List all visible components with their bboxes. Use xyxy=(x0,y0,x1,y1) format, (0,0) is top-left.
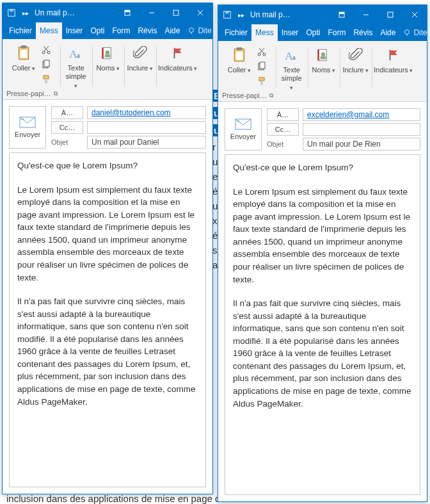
tab-format[interactable]: Form xyxy=(108,22,134,39)
lightbulb-icon xyxy=(187,27,195,35)
close-icon[interactable] xyxy=(402,5,427,24)
send-button[interactable]: Envoyer xyxy=(225,108,262,150)
svg-line-15 xyxy=(44,46,49,51)
close-icon[interactable] xyxy=(188,3,212,22)
dialog-launcher-icon[interactable]: ⧉ xyxy=(54,90,58,97)
tab-revision[interactable]: Révis xyxy=(349,24,376,41)
svg-point-44 xyxy=(263,53,266,56)
tab-format[interactable]: Form xyxy=(324,24,349,41)
tab-insertion[interactable]: Inser xyxy=(278,24,303,41)
ribbon-display-icon[interactable] xyxy=(330,5,354,24)
to-button[interactable]: À… xyxy=(51,106,83,119)
svg-rect-19 xyxy=(44,76,49,79)
cc-field[interactable] xyxy=(87,121,206,134)
to-field[interactable]: excelderien@gmail.com xyxy=(303,108,420,121)
tab-aide[interactable]: Aide xyxy=(376,24,399,41)
svg-point-55 xyxy=(321,53,325,57)
svg-rect-26 xyxy=(104,54,110,57)
dialog-launcher-icon[interactable]: ⧉ xyxy=(269,92,273,99)
svg-text:a: a xyxy=(292,53,296,61)
to-button[interactable]: À… xyxy=(267,108,299,121)
cc-button[interactable]: Cc… xyxy=(267,123,299,136)
flag-icon xyxy=(385,46,402,64)
svg-point-13 xyxy=(42,51,45,54)
ribbon-tabs: Fichier Mess Inser Opti Form Révis Aide … xyxy=(3,22,212,39)
send-button[interactable]: Envoyer xyxy=(9,106,46,149)
svg-rect-20 xyxy=(45,79,47,83)
cc-button[interactable]: Cc… xyxy=(51,121,83,134)
tab-options[interactable]: Opti xyxy=(86,22,108,39)
tab-fichier[interactable]: Fichier xyxy=(5,22,36,39)
quick-save-icon[interactable] xyxy=(5,6,18,19)
svg-point-8 xyxy=(189,28,194,33)
tab-tellme[interactable]: Dite xyxy=(184,22,215,39)
svg-rect-3 xyxy=(125,10,130,12)
body-paragraph: Le Lorem Ipsum est simplement du faux te… xyxy=(17,184,198,284)
ribbon-group-names: Noms xyxy=(92,42,124,99)
tab-fichier[interactable]: Fichier xyxy=(221,24,251,41)
subject-field[interactable]: Un mail pour Daniel xyxy=(87,136,206,149)
format-painter-icon[interactable] xyxy=(38,72,54,86)
message-body[interactable]: Qu'est-ce que le Lorem Ipsum? Le Lorem I… xyxy=(225,154,420,495)
minimize-icon[interactable] xyxy=(354,5,378,24)
svg-line-16 xyxy=(44,46,48,51)
svg-text:a: a xyxy=(77,51,80,59)
tags-button[interactable]: Indicateurs xyxy=(374,44,413,76)
send-label: Envoyer xyxy=(15,131,40,138)
format-painter-icon[interactable] xyxy=(254,74,269,88)
ribbon-group-names: Noms xyxy=(308,44,340,101)
simple-text-button[interactable]: Aa Textesimple xyxy=(278,44,305,93)
svg-rect-42 xyxy=(235,52,243,60)
tab-aide[interactable]: Aide xyxy=(161,22,184,39)
quick-more-icon[interactable]: ▸▸ xyxy=(235,8,248,21)
include-button[interactable]: Inclure xyxy=(127,42,154,74)
minimize-icon[interactable] xyxy=(139,3,164,22)
cut-icon[interactable] xyxy=(38,43,54,57)
ribbon-display-icon[interactable] xyxy=(115,3,139,22)
names-button[interactable]: Noms xyxy=(310,44,337,76)
body-paragraph: Il n'a pas fait que survivre cinq siècle… xyxy=(233,297,412,410)
paste-button[interactable]: Coller xyxy=(226,44,253,76)
include-button[interactable]: Inclure xyxy=(342,44,369,76)
names-button[interactable]: Noms xyxy=(95,42,122,74)
address-book-icon xyxy=(99,44,117,62)
copy-icon[interactable] xyxy=(254,60,269,74)
cc-field[interactable] xyxy=(303,123,420,136)
subject-field[interactable]: Un mail pour De Rien xyxy=(303,138,420,150)
address-book-icon xyxy=(315,46,333,64)
simple-text-button[interactable]: Aa Textesimple xyxy=(63,42,90,92)
ribbon-group-basic-text: Aa Textesimple xyxy=(276,44,308,101)
tab-tellme[interactable]: Dite xyxy=(399,24,430,41)
maximize-icon[interactable] xyxy=(378,5,402,24)
svg-rect-50 xyxy=(260,81,263,85)
quick-more-icon[interactable]: ▸▸ xyxy=(19,6,32,19)
titlebar: ▸▸ Un mail p… xyxy=(218,5,427,24)
svg-line-46 xyxy=(259,48,264,53)
tags-button[interactable]: Indicateurs xyxy=(159,42,197,74)
cut-icon[interactable] xyxy=(254,45,269,59)
paste-button[interactable]: Coller xyxy=(10,42,37,74)
svg-rect-11 xyxy=(21,45,27,48)
tab-revision[interactable]: Révis xyxy=(134,22,161,39)
message-body[interactable]: Qu'est-ce que le Lorem Ipsum? Le Lorem I… xyxy=(9,152,206,487)
ribbon-group-clipboard: Coller Presse-papi…⧉ xyxy=(219,44,276,101)
clipboard-icon xyxy=(230,46,248,64)
ribbon-tabs: Fichier Mess Inser Opti Form Révis Aide … xyxy=(218,24,427,41)
tab-message[interactable]: Mess xyxy=(251,24,278,41)
to-field[interactable]: daniel@tutoderien.com xyxy=(87,106,206,119)
subject-label: Objet xyxy=(267,140,299,148)
maximize-icon[interactable] xyxy=(164,3,188,22)
copy-icon[interactable] xyxy=(38,58,54,72)
ribbon-group-basic-text: Aa Textesimple xyxy=(60,42,92,99)
svg-rect-56 xyxy=(320,56,326,59)
tab-message[interactable]: Mess xyxy=(36,22,62,39)
compose-window-2: ▸▸ Un mail p… Fichier Mess Inser Opti Fo… xyxy=(218,4,427,502)
send-label: Envoyer xyxy=(230,133,256,140)
quick-save-icon[interactable] xyxy=(221,8,234,21)
tab-options[interactable]: Opti xyxy=(302,24,324,41)
ribbon-group-tags: Indicateurs xyxy=(372,44,415,101)
titlebar: ▸▸ Un mail p… xyxy=(3,3,212,22)
lightbulb-icon xyxy=(403,29,411,37)
envelope-icon xyxy=(235,118,251,130)
tab-insertion[interactable]: Inser xyxy=(62,22,87,39)
